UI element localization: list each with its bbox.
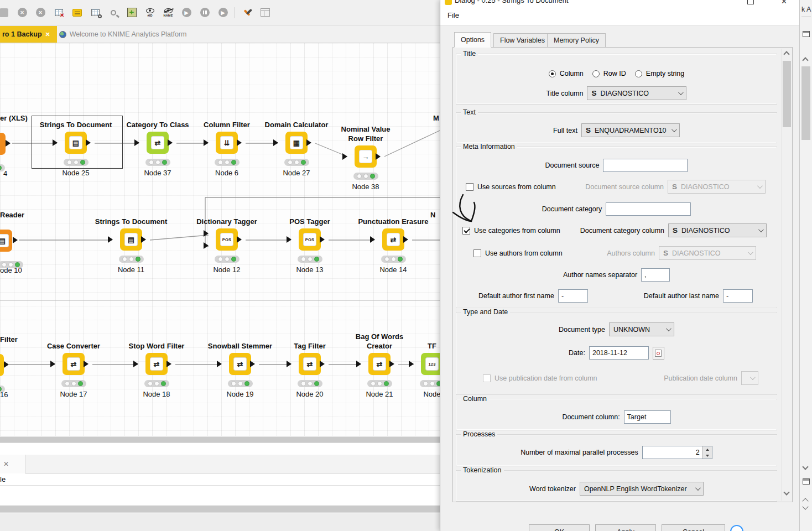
output-port[interactable] [237, 236, 245, 243]
workflow-node[interactable]: Column Filter ⇊ Node 6 [196, 132, 257, 177]
cancel-execution-icon[interactable]: ✕ [15, 4, 29, 21]
vertical-scrollbar-thumb[interactable] [801, 66, 810, 140]
scroll-down-icon[interactable] [802, 464, 808, 470]
output-port[interactable] [13, 237, 21, 243]
workflow-node[interactable]: Strings To Document ▤ Node 25 [45, 132, 106, 177]
node-body[interactable]: ⇄ [147, 132, 169, 154]
workflow-node[interactable]: Nominal Value Row Filter → Node 38 [335, 145, 396, 191]
execute-open-views-icon[interactable]: ▶ [180, 4, 193, 21]
calendar-picker-button[interactable] [653, 347, 664, 360]
hilite-id-icon[interactable]: #ID [143, 4, 157, 21]
workflow-node[interactable]: Dictionary Tagger POS Node 12 [196, 228, 257, 274]
input-port[interactable] [409, 361, 417, 367]
output-port[interactable] [389, 361, 398, 367]
hilite-name-icon[interactable]: NAME [162, 4, 175, 21]
document-source-input[interactable] [603, 159, 688, 172]
apply-button[interactable]: Apply [595, 524, 656, 531]
input-port[interactable] [133, 361, 142, 367]
input-port[interactable] [273, 139, 282, 146]
document-type-select[interactable]: UNKNOWN [609, 322, 674, 336]
workflow-node[interactable]: Category To Class ⇄ Node 37 [127, 132, 188, 177]
tab-memory-policy[interactable]: Memory Policy [547, 33, 606, 48]
open-node-view-icon[interactable] [89, 4, 102, 21]
node-body[interactable]: ⇄ [63, 353, 85, 375]
input-port[interactable] [287, 361, 295, 367]
scroll-up-icon[interactable] [783, 51, 789, 57]
node-body[interactable]: ⇄ [229, 353, 251, 375]
input-port[interactable] [204, 242, 212, 249]
output-port[interactable] [168, 139, 176, 146]
workflow-node[interactable]: Tag Filter ⇄ Node 20 [279, 353, 340, 398]
output-port[interactable] [320, 361, 328, 367]
help-icon[interactable] [730, 525, 743, 531]
node-body[interactable]: POS [216, 228, 238, 251]
output-port[interactable] [86, 139, 94, 146]
output-port[interactable] [376, 153, 384, 160]
search-icon[interactable] [107, 4, 120, 21]
close-tab-icon[interactable]: ✕ [3, 460, 9, 468]
output-port[interactable] [4, 361, 12, 368]
horizontal-scrollbar[interactable] [0, 436, 440, 443]
maximize-icon[interactable] [747, 0, 754, 4]
dialog-scrollbar[interactable] [782, 49, 791, 501]
menu-file[interactable]: File [447, 11, 459, 19]
document-category-input[interactable] [606, 202, 691, 216]
output-port[interactable] [403, 236, 412, 243]
layout-editor-icon[interactable] [258, 4, 272, 21]
output-port[interactable] [6, 140, 14, 147]
workflow-node[interactable]: Punctuation Erasure ⇄ Node 14 [363, 228, 424, 274]
restore-panel-icon[interactable] [803, 31, 810, 37]
workflow-node[interactable]: POS Tagger POS Node 13 [279, 228, 340, 274]
use-categories-checkbox[interactable] [462, 227, 470, 235]
default-first-name-input[interactable] [558, 289, 588, 303]
scroll-down-icon[interactable] [783, 489, 789, 495]
ok-button[interactable]: OK [529, 524, 590, 531]
horizontal-scrollbar[interactable] [0, 505, 440, 513]
node-body[interactable]: ⇄ [368, 353, 391, 375]
workflow-node[interactable]: Bag Of Words Creator ⇄ Node 21 [349, 353, 410, 398]
node-body[interactable]: ⇊ [216, 132, 238, 154]
tab-welcome[interactable]: Welcome to KNIME Analytics Platform [57, 26, 194, 43]
workflow-node[interactable]: Stop Word Filter ⇄ Node 18 [126, 353, 187, 398]
input-port[interactable] [204, 139, 212, 146]
author-separator-input[interactable] [641, 268, 670, 282]
scrollbar-thumb[interactable] [783, 61, 791, 127]
radio-column[interactable] [549, 70, 556, 77]
restore-panel-icon[interactable] [803, 478, 810, 485]
input-port[interactable] [370, 236, 378, 243]
pause-execution-icon[interactable] [198, 4, 211, 21]
output-port[interactable] [84, 361, 92, 367]
node-body[interactable]: ▦ [285, 132, 308, 154]
title-column-select[interactable]: S DIAGNOSTICO [587, 86, 686, 100]
preferences-tools-icon[interactable] [240, 4, 253, 21]
input-port[interactable] [342, 153, 351, 160]
clipped-panel-tab[interactable]: k A [801, 6, 811, 17]
reset-node-icon[interactable]: ✕ [52, 4, 65, 21]
workflow-node[interactable]: Snowball Stemmer ⇄ Node 19 [210, 353, 270, 398]
cancel-button[interactable]: Cancel [662, 524, 725, 531]
output-port[interactable] [237, 139, 245, 146]
input-port[interactable] [287, 236, 295, 243]
radio-empty-string[interactable] [635, 70, 642, 77]
workflow-node[interactable]: Strings To Document ▤ Node 11 [101, 228, 162, 274]
node-body[interactable]: ▤ [65, 132, 87, 154]
date-input[interactable] [589, 346, 649, 360]
input-port[interactable] [134, 139, 143, 146]
tab-options[interactable]: Options [454, 32, 491, 48]
input-port[interactable] [53, 139, 61, 146]
word-tokenizer-select[interactable]: OpenNLP English WordTokenizer [580, 482, 704, 496]
input-port[interactable] [108, 236, 116, 243]
use-sources-checkbox[interactable] [466, 183, 473, 191]
tab-workflow-backup[interactable]: ro 1 Backup ✕ [0, 26, 57, 43]
bottom-panel-tab[interactable]: ✕ [0, 455, 25, 473]
full-text-select[interactable]: S ENQUADRAMENTO10 [581, 123, 680, 137]
node-body[interactable]: ⇄ [299, 353, 321, 375]
node-body[interactable]: ⇄ [145, 353, 168, 375]
tab-flow-variables[interactable]: Flow Variables [493, 33, 551, 48]
workflow-node[interactable]: Case Converter ⇄ Node 17 [43, 353, 104, 398]
use-authors-checkbox[interactable] [473, 249, 481, 257]
input-port[interactable] [217, 361, 225, 367]
radio-row-id[interactable] [592, 70, 600, 77]
clipped-toolbar-icon[interactable] [0, 4, 11, 21]
output-port[interactable] [166, 361, 175, 367]
